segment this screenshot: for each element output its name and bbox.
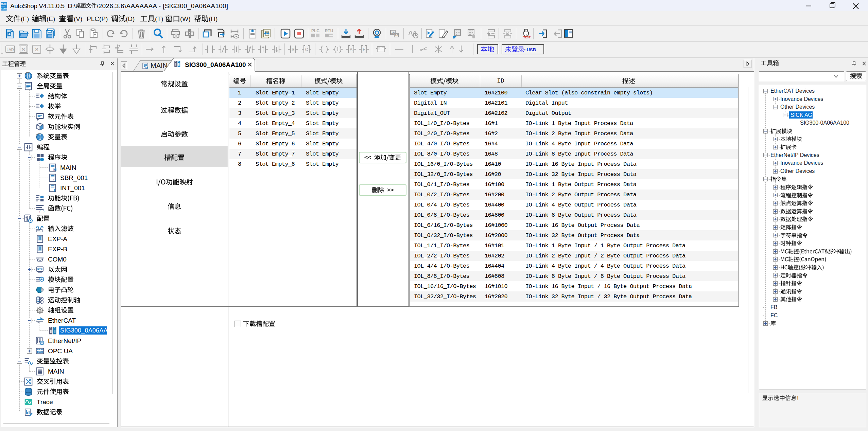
svg-text:RTU: RTU (325, 29, 333, 33)
svg-text:I: I (54, 188, 55, 192)
svg-text:LAD: LAD (6, 48, 14, 52)
svg-text:S: S (292, 47, 295, 52)
svg-text:F: F (363, 47, 365, 52)
svg-text:S: S (53, 178, 56, 182)
svg-text:M: M (145, 66, 148, 70)
svg-text:S: S (35, 47, 38, 52)
svg-text:PLC: PLC (311, 29, 319, 33)
svg-text:A: A (350, 47, 352, 52)
svg-text:C: C (305, 47, 308, 52)
svg-text:S: S (22, 47, 25, 52)
svg-text:OPC: OPC (38, 351, 42, 353)
svg-text:ST: ST (527, 36, 531, 39)
svg-text:10: 10 (395, 34, 398, 37)
svg-text:M: M (53, 167, 57, 172)
svg-text:AUTO: AUTO (1, 8, 7, 10)
svg-text:( ): ( ) (39, 210, 45, 213)
